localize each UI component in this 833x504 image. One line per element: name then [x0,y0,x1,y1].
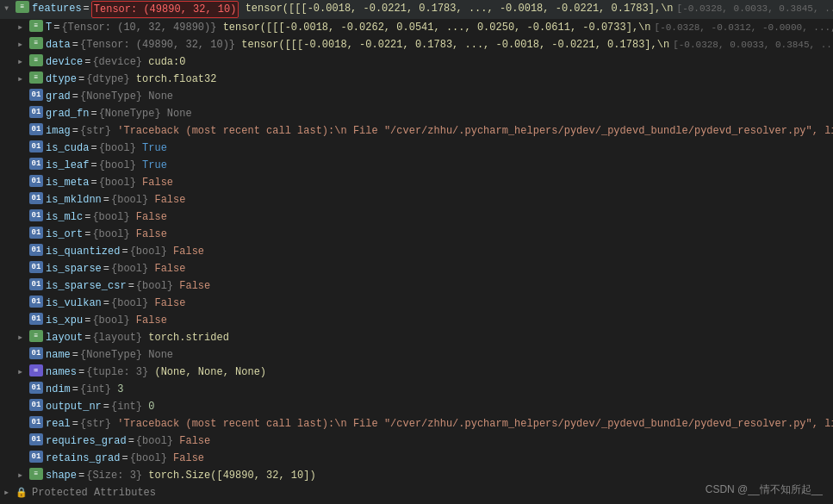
debugger-panel[interactable]: ▾ ≡ features = Tensor: (49890, 32, 10) t… [0,0,833,504]
var-eq: = [103,192,109,208]
row-is_meta[interactable]: 01 is_meta = {bool} False [0,174,833,191]
bar-icon: ≡ [29,468,43,480]
expander-names[interactable]: ▸ [17,364,29,380]
var-name: is_mlc [46,209,83,225]
var-eq: = [90,158,96,173]
bar-icon: ≡ [29,37,43,49]
row-shape[interactable]: ▸ ≡ shape = {Size: 3} torch.Size([49890,… [0,467,833,484]
var-name: dtype [46,72,77,87]
row-retains_grad[interactable]: 01 retains_grad = {bool} False [0,450,833,467]
row-grad_fn[interactable]: 01 grad_fn = {NoneType} None [0,105,833,122]
row-names[interactable]: ▸ ≔ names = {tuple: 3} (None, None, None… [0,364,833,381]
var-name: Protected Attributes [32,485,156,501]
expander-data[interactable]: ▸ [17,37,29,53]
var-value: torch.Size([49890, 32, 10]) [148,468,315,483]
row-requires_grad[interactable]: 01 requires_grad = {bool} False [0,432,833,450]
watermark: CSDN @__情不知所起__ [706,482,823,497]
row-ndim[interactable]: 01 ndim = {int} 3 [0,381,833,398]
01-icon: 01 [29,175,43,187]
type-highlight: Tensor: (49890, 32, 10) [91,1,239,18]
row-T[interactable]: ▸ ≡ T = {Tensor: (10, 32, 49890)} tensor… [0,19,833,36]
var-eq: = [128,433,134,449]
01-icon: 01 [29,399,43,411]
type-label: {Tensor: (49890, 32, 10)} [80,37,235,53]
bar-icon: ≡ [16,1,29,13]
type-label: {dtype} [86,72,129,87]
row-real[interactable]: 01 real = {str} 'Traceback (most recent … [0,415,833,432]
row-device[interactable]: ▸ ≡ device = {device} cuda:0 [0,53,833,71]
var-value: (None, None, None) [154,364,266,380]
row-is_ort[interactable]: 01 is_ort = {bool} False [0,226,833,243]
row-is_sparse[interactable]: 01 is_sparse = {bool} False [0,260,833,277]
expander-device[interactable]: ▸ [17,54,29,70]
row-grad[interactable]: 01 grad = {NoneType} None [0,88,833,105]
value-space [136,175,142,190]
row-name[interactable]: 01 name = {NoneType} None [0,346,833,364]
bar-icon: ≡ [29,330,43,342]
var-eq: = [121,244,127,259]
type-label: {layout} [92,330,142,345]
expander-layout[interactable]: ▸ [17,330,29,345]
row-is_mkldnn[interactable]: 01 is_mkldnn = {bool} False [0,191,833,208]
01-icon: 01 [29,192,43,204]
expander-protected_attrs[interactable]: ▸ [3,485,16,501]
row-is_vulkan[interactable]: 01 is_vulkan = {bool} False [0,295,833,312]
var-eq: = [84,54,90,70]
expander-features[interactable]: ▾ [3,1,16,16]
01-icon: 01 [29,89,43,101]
var-eq: = [72,382,78,397]
type-label: {NoneType} [80,89,142,104]
01-icon: 01 [29,106,43,118]
expander-T[interactable]: ▸ [17,20,29,35]
type-label: {bool} [99,175,136,190]
var-value: False [154,261,185,277]
var-eq: = [84,330,90,345]
var-name: requires_grad [46,433,127,449]
value-space [235,37,241,53]
row-is_mlc[interactable]: 01 is_mlc = {bool} False [0,208,833,226]
expander-shape[interactable]: ▸ [17,468,29,483]
01-icon: 01 [29,313,43,325]
var-eq: = [121,451,127,466]
row-output_nr[interactable]: 01 output_nr = {int} 0 [0,398,833,415]
var-value: False [173,244,204,259]
var-name: is_ort [46,227,83,242]
value-space [142,330,148,345]
row-features[interactable]: ▾ ≡ features = Tensor: (49890, 32, 10) t… [0,0,833,19]
var-value: 'Traceback (most recent call last):\n Fi… [117,123,833,139]
value-space [111,123,117,139]
value-space [142,468,148,483]
row-is_sparse_csr[interactable]: 01 is_sparse_csr = {bool} False [0,277,833,295]
var-value: True [142,140,167,156]
01-icon: 01 [29,451,43,463]
row-imag[interactable]: 01 imag = {str} 'Traceback (most recent … [0,122,833,140]
col-right: [-0.0328, -0.0312, -0.0000, ..., -0.0000… [651,20,833,35]
01-icon: 01 [29,278,43,290]
var-eq: = [72,416,78,432]
var-eq: = [84,227,90,242]
var-name: real [46,416,71,432]
value-space [130,227,136,242]
expander-dtype[interactable]: ▸ [17,72,29,87]
row-dtype[interactable]: ▸ ≡ dtype = {dtype} torch.float32 [0,71,833,88]
bar-icon: ≡ [29,72,43,84]
var-value: cuda:0 [148,54,185,70]
row-data[interactable]: ▸ ≡ data = {Tensor: (49890, 32, 10)} ten… [0,36,833,53]
col-right: [-0.0328, 0.0033, 0.3845, ..., -0.0328, … [669,37,833,53]
var-name: name [46,347,71,363]
01-icon: 01 [29,347,43,359]
value-space [216,20,222,35]
value-space [142,347,148,363]
row-layout[interactable]: ▸ ≡ layout = {layout} torch.strided [0,329,833,346]
type-label: {Size: 3} [86,468,142,483]
var-value: tensor([[[-0.0018, -0.0221, 0.1783, ...,… [241,37,669,53]
var-value: 0 [148,399,154,414]
col-right: [-0.0328, 0.0033, 0.3845, ..., -0.0328, … [674,1,833,16]
row-is_quantized[interactable]: 01 is_quantized = {bool} False [0,243,833,260]
var-eq: = [84,209,90,225]
row-is_cuda[interactable]: 01 is_cuda = {bool} True [0,140,833,157]
value-space [148,261,154,277]
row-is_xpu[interactable]: 01 is_xpu = {bool} False [0,312,833,329]
var-eq: = [103,296,109,311]
row-is_leaf[interactable]: 01 is_leaf = {bool} True [0,157,833,174]
